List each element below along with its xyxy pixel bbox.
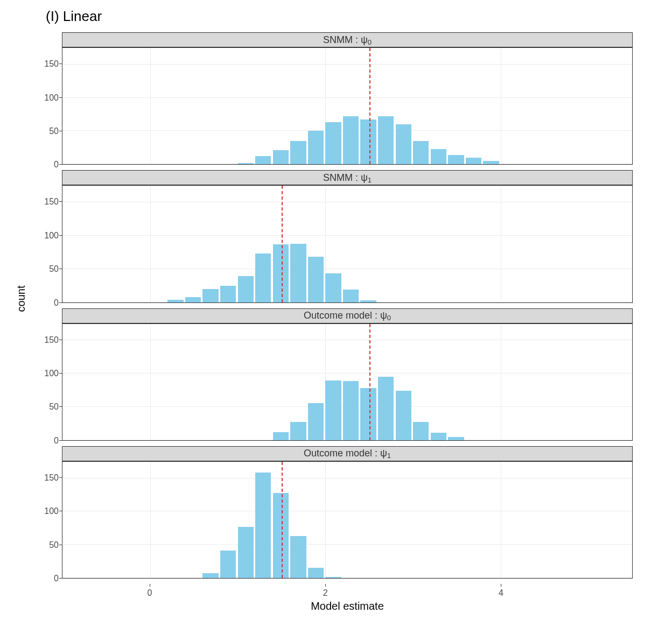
histogram-bar — [378, 377, 394, 440]
histogram-bar — [308, 403, 324, 440]
histogram-bar — [448, 437, 464, 440]
y-tick-label: 50 — [49, 540, 59, 550]
histogram-bar — [325, 381, 341, 440]
gridline-v — [501, 324, 501, 440]
gridline-h — [62, 373, 632, 374]
y-tick-label: 50 — [49, 264, 59, 274]
y-axis-facet: 050100150 — [35, 446, 62, 579]
facet-1: SNMM : ψ1 — [62, 170, 633, 302]
histogram-bar — [325, 122, 341, 164]
y-tick-label: 0 — [54, 436, 59, 446]
histogram-bar — [273, 432, 289, 440]
y-axis-label: count — [15, 286, 27, 312]
histogram-bar — [273, 244, 289, 302]
facet-strip: SNMM : ψ0 — [62, 32, 633, 47]
gridline-v — [501, 462, 501, 578]
gridline-v — [501, 48, 501, 164]
x-axis-label: Model estimate — [62, 600, 633, 612]
strip-subscript: 1 — [368, 176, 372, 184]
x-tick-mark — [325, 584, 326, 587]
histogram-bar — [255, 473, 271, 578]
histogram-bar — [167, 300, 183, 302]
strip-label: SNMM : ψ — [323, 34, 368, 46]
gridline-h — [62, 577, 632, 578]
gridline-h — [62, 478, 632, 478]
histogram-bar — [290, 422, 306, 440]
panel — [62, 461, 633, 579]
y-tick-label: 0 — [54, 298, 59, 308]
y-tick-label: 100 — [44, 231, 59, 241]
histogram-bar — [325, 577, 341, 578]
x-tick-mark — [501, 584, 501, 587]
x-tick-label: 2 — [323, 588, 328, 598]
gridline-h — [62, 340, 632, 340]
facet-2: Outcome model : ψ0 — [62, 308, 633, 441]
histogram-bar — [255, 156, 271, 164]
y-tick-label: 150 — [44, 473, 59, 483]
histogram-bar — [238, 527, 254, 578]
histogram-bar — [238, 276, 254, 302]
gridline-v — [150, 324, 151, 440]
strip-subscript: 1 — [387, 452, 391, 460]
histogram-bar — [290, 244, 306, 302]
histogram-bar — [360, 119, 376, 164]
gridline-v — [325, 462, 326, 578]
facet-0: SNMM : ψ0 — [62, 32, 633, 165]
strip-label: Outcome model : ψ — [304, 310, 387, 321]
reference-vline — [369, 48, 370, 164]
panel — [62, 323, 633, 441]
histogram-bar — [360, 388, 376, 440]
histogram-bar — [483, 161, 499, 164]
gridline-h — [62, 235, 632, 236]
y-axis-facet: 050100150 — [35, 170, 62, 302]
histogram-bar — [413, 141, 429, 164]
facet-3: Outcome model : ψ1 — [62, 446, 633, 579]
histogram-bar — [220, 551, 236, 578]
y-axis: 050100150050100150050100150050100150 — [35, 32, 62, 584]
gridline-h — [62, 202, 632, 202]
histogram-bar — [431, 433, 446, 440]
strip-subscript: 0 — [387, 314, 391, 322]
plot-area: SNMM : ψ0SNMM : ψ1Outcome model : ψ0Outc… — [62, 32, 633, 584]
gridline-h — [62, 511, 632, 511]
plot-title: (I) Linear — [46, 8, 102, 25]
facet-strip: SNMM : ψ1 — [62, 170, 633, 185]
histogram-bar — [255, 253, 271, 302]
gridline-v — [150, 186, 151, 302]
histogram-bar — [238, 163, 254, 164]
y-tick-label: 100 — [44, 369, 59, 378]
gridline-v — [150, 462, 151, 578]
y-tick-label: 150 — [44, 197, 59, 207]
reference-vline — [369, 324, 370, 440]
histogram-bar — [220, 286, 236, 302]
histogram-bar — [396, 124, 411, 164]
histogram-bar — [343, 116, 359, 164]
facet-strip: Outcome model : ψ0 — [62, 308, 633, 323]
histogram-bar — [466, 158, 481, 164]
gridline-v — [501, 186, 501, 302]
panel — [62, 185, 633, 302]
x-tick-mark — [150, 584, 150, 587]
histogram-bar — [343, 381, 359, 440]
panel — [62, 47, 633, 165]
histogram-bar — [273, 150, 289, 164]
figure: (I) Linear count 05010015005010015005010… — [0, 0, 672, 620]
x-tick-label: 4 — [499, 588, 503, 598]
histogram-bar — [308, 568, 324, 578]
y-axis-facet: 050100150 — [35, 308, 62, 441]
reference-vline — [282, 462, 283, 578]
histogram-bar — [448, 155, 464, 164]
gridline-v — [150, 48, 151, 164]
histogram-bar — [413, 422, 429, 440]
histogram-bar — [290, 536, 306, 578]
histogram-bar — [396, 391, 411, 440]
gridline-h — [62, 544, 632, 545]
histogram-bar — [202, 289, 218, 302]
histogram-bar — [325, 273, 341, 302]
y-axis-facet: 050100150 — [35, 32, 62, 165]
histogram-bar — [308, 257, 324, 302]
strip-label: SNMM : ψ — [323, 172, 368, 184]
y-tick-label: 0 — [54, 160, 59, 170]
facet-strip: Outcome model : ψ1 — [62, 446, 633, 461]
strip-label: Outcome model : ψ — [304, 448, 387, 459]
